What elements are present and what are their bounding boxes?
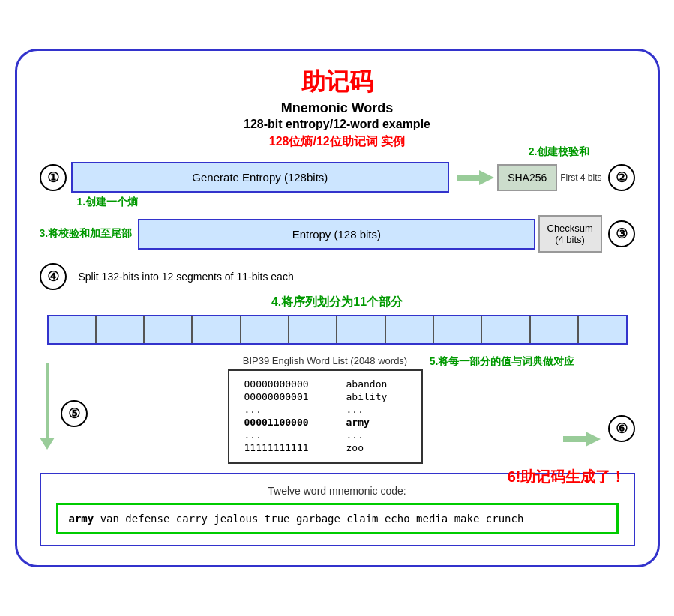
label3: 3.将校验和加至尾部: [40, 227, 133, 241]
arrow-right-6: [563, 430, 601, 448]
row2-checksum: 3.将校验和加至尾部 Entropy (128 bits) Checksum (…: [40, 215, 635, 253]
circle2: ②: [608, 164, 635, 191]
generate-entropy-box: Generate Entropy (128bits): [71, 162, 450, 193]
left-arrow-down: [40, 363, 55, 450]
circle4: ④: [40, 263, 67, 290]
split-text: Split 132-bits into 12 segments of 11-bi…: [79, 271, 294, 283]
bits-dots2: ...: [244, 429, 334, 441]
row4-wordlist: ⑤ BIP39 English Word List (2048 words) 0…: [40, 355, 635, 464]
word-row-2: 00000000001 ability: [244, 391, 406, 402]
entropy128-box: Entropy (128 bits): [138, 219, 535, 250]
circle3: ③: [608, 220, 635, 247]
word-list-section: BIP39 English Word List (2048 words) 000…: [95, 355, 556, 464]
svg-marker-0: [457, 170, 494, 185]
row1-entropy: ① Generate Entropy (128bits) SHA256 Firs…: [40, 162, 635, 193]
label6: 6!助记码生成了！: [508, 467, 626, 487]
word-dots1: ...: [346, 404, 364, 415]
row3-split: ④ Split 132-bits into 12 segments of 11-…: [40, 263, 635, 345]
label4: 4.将序列划分为11个部分: [40, 295, 635, 310]
mnemonic-box: army van defense carry jealous true garb…: [56, 503, 619, 534]
word-table: 00000000000 abandon 00000000001 ability …: [228, 369, 423, 464]
bit-segments-bar: [47, 315, 628, 345]
bits-2: 00000000001: [244, 391, 334, 402]
row5-mnemonic: 6!助记码生成了！ Twelve word mnemonic code: arm…: [40, 473, 635, 546]
sha256-box: SHA256: [497, 164, 557, 191]
word-row-dots2: ... ...: [244, 429, 406, 441]
circle6-area: ⑥: [608, 415, 635, 442]
word-row-army: 00001100000 army: [244, 417, 406, 428]
bip39-label: BIP39 English Word List (2048 words): [243, 355, 407, 366]
arrow-to-sha-icon: [457, 169, 494, 187]
first4bits-label: First 4 bits: [560, 172, 601, 183]
checksum-box: Checksum (4 bits): [538, 215, 602, 253]
main-container: 助记码 Mnemonic Words 128-bit entropy/12-wo…: [15, 49, 660, 567]
circle1: ①: [40, 164, 67, 191]
circle6: ⑥: [608, 415, 635, 442]
word-row-zoo: 11111111111 zoo: [244, 442, 406, 453]
word-row-dots1: ... ...: [244, 404, 406, 415]
mnemonic-bold-word: army: [69, 513, 94, 525]
word-zoo: zoo: [346, 442, 364, 453]
word-2: ability: [346, 391, 388, 402]
checksum-line2: (4 bits): [547, 234, 593, 245]
svg-marker-1: [563, 432, 601, 447]
bits-1: 00000000000: [244, 378, 334, 390]
title-en2: 128-bit entropy/12-word example: [40, 118, 635, 131]
title-en1: Mnemonic Words: [40, 100, 635, 116]
bits-army: 00001100000: [244, 417, 334, 428]
label5: 5.将每一部分的值与词典做对应: [430, 355, 575, 369]
word-army: army: [346, 417, 370, 428]
split-label-row: ④ Split 132-bits into 12 segments of 11-…: [40, 263, 635, 290]
word-row-1: 00000000000 abandon: [244, 378, 406, 390]
arrow-to-6-icon: [563, 430, 601, 448]
label2: 2.创建校验和: [529, 145, 590, 159]
mnemonic-rest: van defense carry jealous true garbage c…: [94, 513, 523, 525]
word-dots2: ...: [346, 429, 364, 441]
bits-dots1: ...: [244, 404, 334, 415]
bits-zoo: 11111111111: [244, 442, 334, 453]
title-zh: 助记码: [40, 66, 635, 99]
checksum-line1: Checksum: [547, 223, 593, 234]
circle5: ⑤: [61, 400, 88, 427]
word-1: abandon: [346, 378, 388, 390]
label1: 1.创建一个熵: [77, 196, 139, 209]
